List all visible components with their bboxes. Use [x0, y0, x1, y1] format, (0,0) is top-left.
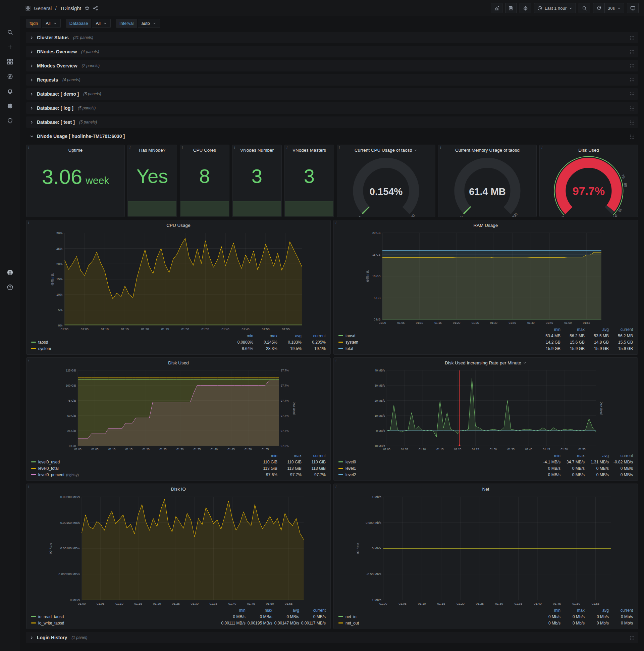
legend-col-header[interactable]: avg: [585, 327, 609, 333]
panel-info-icon[interactable]: i: [28, 220, 29, 224]
panel-title[interactable]: RAM Usage: [334, 220, 638, 230]
legend-series-toggle[interactable]: total: [339, 346, 536, 352]
search-icon[interactable]: [2, 25, 18, 40]
panel-title[interactable]: VNodes Number: [232, 145, 282, 155]
help-icon[interactable]: [2, 280, 18, 294]
panel-info-icon[interactable]: i: [335, 484, 336, 488]
variable-value-dropdown[interactable]: All: [42, 19, 60, 28]
panel-title[interactable]: CPU Usage: [27, 220, 330, 230]
row-drag-handle[interactable]: [629, 106, 635, 111]
legend-col-header[interactable]: min: [219, 608, 245, 614]
legend-col-header[interactable]: max: [246, 608, 272, 614]
legend-series-toggle[interactable]: level2: [339, 472, 536, 478]
row-drag-handle[interactable]: [629, 635, 635, 640]
legend-series-toggle[interactable]: net_out: [339, 620, 536, 626]
panel-title[interactable]: Current Memory Usage of taosd: [439, 145, 536, 155]
grafana-logo[interactable]: [4, 4, 16, 16]
panel-title[interactable]: Net: [334, 484, 638, 494]
legend-col-header[interactable]: avg: [278, 333, 301, 339]
legend-col-header[interactable]: min: [536, 608, 560, 614]
legend-col-header[interactable]: max: [560, 453, 585, 459]
legend-series-toggle[interactable]: level0_total: [31, 465, 253, 472]
panel-title[interactable]: Disk Used Increasing Rate per Minute: [334, 358, 638, 368]
panel-title[interactable]: Current CPU Usage of taosd: [337, 145, 435, 155]
row-database-test[interactable]: Database: [ test ](5 panels): [26, 117, 638, 128]
panel-title[interactable]: Uptime: [27, 145, 124, 155]
user-avatar[interactable]: [2, 265, 18, 280]
row-dnode-usage[interactable]: DNode Usage [ huolinhe-TM1701:6030 ]: [26, 130, 638, 142]
save-dashboard-button[interactable]: [505, 3, 517, 13]
legend-series-toggle[interactable]: net_in: [339, 614, 536, 620]
legend-series-toggle[interactable]: io_write_taosd: [31, 620, 219, 626]
legend-col-header[interactable]: current: [609, 608, 633, 614]
server-admin-icon[interactable]: [2, 114, 18, 128]
legend-col-header[interactable]: current: [299, 608, 326, 614]
row-mnodes-overview[interactable]: MNodes Overview(2 panels): [26, 60, 638, 71]
legend-col-header[interactable]: current: [301, 453, 326, 459]
legend-col-header[interactable]: min: [536, 453, 560, 459]
legend-col-header[interactable]: max: [278, 453, 301, 459]
panel-title[interactable]: Disk IO: [27, 484, 330, 494]
row-login-history[interactable]: Login History(1 panel): [26, 632, 638, 643]
panel-info-icon[interactable]: i: [440, 145, 441, 149]
legend-col-header[interactable]: avg: [585, 453, 609, 459]
legend-col-header[interactable]: max: [560, 327, 585, 333]
row-dnodes-overview[interactable]: DNodes Overview(4 panels): [26, 46, 638, 57]
panel-title[interactable]: Has MNode?: [128, 145, 177, 155]
row-drag-handle[interactable]: [629, 63, 635, 68]
zoom-out-button[interactable]: [579, 3, 590, 13]
row-drag-handle[interactable]: [629, 92, 635, 96]
row-drag-handle[interactable]: [629, 134, 635, 138]
legend-series-toggle[interactable]: system: [31, 346, 229, 352]
row-drag-handle[interactable]: [629, 78, 635, 82]
panel-info-icon[interactable]: i: [129, 145, 130, 149]
panel-info-icon[interactable]: i: [28, 484, 29, 488]
panel-info-icon[interactable]: i: [234, 145, 235, 149]
row-database-demo[interactable]: Database: [ demo ](5 panels): [26, 88, 638, 100]
legend-col-header[interactable]: max: [560, 608, 585, 614]
legend-col-header[interactable]: min: [253, 453, 278, 459]
dashboard-settings-button[interactable]: [520, 3, 531, 13]
panel-info-icon[interactable]: i: [28, 145, 29, 149]
dashboard-grid-icon[interactable]: [26, 6, 31, 11]
legend-col-header[interactable]: avg: [272, 608, 299, 614]
legend-series-toggle[interactable]: level1: [339, 465, 536, 472]
panel-info-icon[interactable]: i: [335, 220, 336, 224]
configuration-icon[interactable]: [2, 99, 18, 114]
legend-series-toggle[interactable]: level0_used: [31, 459, 253, 465]
panel-info-icon[interactable]: i: [541, 145, 542, 149]
variable-value-dropdown[interactable]: auto: [138, 19, 160, 28]
panel-title[interactable]: VNodes Masters: [285, 145, 334, 155]
row-cluster-status[interactable]: Cluster Status(21 panels): [26, 32, 638, 43]
legend-series-toggle[interactable]: level0_percent(right-y): [31, 472, 253, 478]
row-drag-handle[interactable]: [629, 35, 635, 40]
alerting-icon[interactable]: [2, 84, 18, 99]
panel-info-icon[interactable]: i: [339, 145, 340, 149]
panel-info-icon[interactable]: i: [286, 145, 287, 149]
legend-col-header[interactable]: max: [253, 333, 278, 339]
row-database-log[interactable]: Database: [ log ](5 panels): [26, 102, 638, 114]
row-drag-handle[interactable]: [629, 120, 635, 124]
legend-col-header[interactable]: current: [609, 327, 633, 333]
legend-col-header[interactable]: current: [609, 453, 633, 459]
legend-series-toggle[interactable]: system: [339, 339, 536, 346]
panel-title[interactable]: Disk Used: [540, 145, 638, 155]
legend-col-header[interactable]: avg: [585, 608, 609, 614]
legend-col-header[interactable]: min: [536, 327, 560, 333]
legend-series-toggle[interactable]: taosd: [339, 333, 536, 339]
legend-col-header[interactable]: current: [301, 333, 326, 339]
legend-series-toggle[interactable]: level0: [339, 459, 536, 465]
variable-value-dropdown[interactable]: All: [92, 19, 110, 28]
add-panel-button[interactable]: [491, 3, 503, 13]
refresh-button[interactable]: [593, 3, 604, 13]
refresh-interval-select[interactable]: 30s: [604, 3, 624, 13]
create-icon[interactable]: [2, 40, 18, 54]
row-requests[interactable]: Requests(4 panels): [26, 74, 638, 86]
panel-info-icon[interactable]: i: [335, 358, 336, 362]
time-range-picker[interactable]: Last 1 hour: [534, 3, 576, 13]
dashboard-title[interactable]: TDinsight: [60, 5, 81, 11]
legend-col-header[interactable]: min: [229, 333, 253, 339]
panel-info-icon[interactable]: i: [182, 145, 183, 149]
breadcrumb-section[interactable]: General: [34, 5, 52, 11]
star-icon[interactable]: [85, 6, 90, 11]
